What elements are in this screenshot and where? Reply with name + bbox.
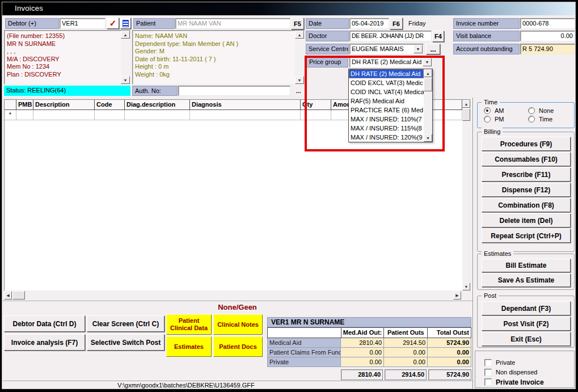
radio-time[interactable] (528, 116, 535, 123)
auth-no-input[interactable] (178, 86, 290, 96)
debtor-data-button[interactable]: Debtor Data (Ctrl D) (4, 315, 85, 332)
scroll-up-icon[interactable]: ▲ (462, 100, 470, 108)
summary-title: VER1 MR N SURNAME (267, 317, 471, 327)
summary-col-medaid: Med.Aid Out: (341, 327, 385, 338)
patient-info-line: Height : 0 m (133, 63, 304, 71)
private-checkbox[interactable] (484, 359, 492, 366)
scroll-left-icon[interactable]: ◀ (4, 291, 12, 300)
dropdown-option[interactable]: COID EXCL VAT(3) Medic (349, 78, 424, 87)
scrollbar-thumb[interactable] (462, 108, 470, 121)
dropdown-option[interactable]: MAX / INSURED: 120%(9 (349, 133, 424, 142)
clinical-notes-button[interactable]: Clinical Notes (213, 314, 263, 335)
grid-selector-header (5, 100, 16, 110)
radio-none[interactable] (528, 107, 535, 114)
delete-item-button[interactable]: Delete item (Del) (482, 213, 571, 227)
patient-info-scrollbar[interactable]: ▲ ▼ (295, 31, 304, 84)
radio-am[interactable] (484, 107, 491, 114)
repeat-script-button[interactable]: Repeat Script (Ctrl+P) (482, 229, 571, 243)
dropdown-scrollbar[interactable]: ▲ ▼ (424, 69, 432, 142)
grid-cell[interactable] (16, 110, 33, 120)
price-group-combo[interactable]: DH RATE (2) Medical Aid ▼ (349, 57, 433, 68)
invoice-analysis-button[interactable]: Invoice analysis (F7) (4, 334, 85, 351)
patient-info-line: Name: NAAM VAN (133, 32, 304, 40)
panel-divider (472, 98, 474, 389)
grid-cell[interactable] (33, 110, 95, 120)
non-dispensed-checkbox[interactable] (484, 369, 492, 376)
dropdown-option[interactable]: PRACTICE RATE (6) Med (349, 106, 424, 115)
date-input[interactable]: 05-04-2019 (349, 18, 389, 29)
estimates-button[interactable]: Estimates (166, 336, 212, 357)
patient-input[interactable]: MR NAAM VAN (175, 18, 290, 29)
invoice-number-value: 0000-678 (520, 18, 575, 29)
dropdown-option[interactable]: RAF(5) Medical Aid (349, 96, 424, 106)
scrollbar-thumb[interactable] (424, 78, 432, 91)
procedures-button[interactable]: Procedures (F9) (482, 137, 571, 151)
price-group-dropdown-list[interactable]: DH RATE (2) Medical Aid COID EXCL VAT(3)… (348, 69, 433, 142)
scroll-right-icon[interactable]: ▶ (453, 291, 461, 300)
scroll-down-icon[interactable]: ▼ (295, 76, 304, 84)
grid-cell[interactable] (95, 110, 125, 120)
grid-vertical-scrollbar[interactable]: ▲ ▼ (462, 100, 470, 290)
combination-button[interactable]: Combination (F8) (482, 198, 571, 212)
patient-clinical-data-button[interactable]: Patient Clinical Data (166, 314, 212, 335)
radio-pm[interactable] (484, 116, 491, 123)
doctor-label: Doctor (306, 31, 349, 41)
exit-button[interactable]: Exit (Esc) (482, 332, 571, 346)
dependant-button[interactable]: Dependant (F3) (482, 301, 571, 315)
save-as-estimate-button[interactable]: Save As Estimate (482, 273, 571, 287)
post-visit-button[interactable]: Post Visit (F2) (482, 317, 571, 331)
summary-row-claims-from-fund: Patient Claims From Fund 0.00 0.00 0.00 (267, 348, 471, 357)
scroll-down-icon[interactable]: ▼ (424, 134, 432, 142)
doctor-input[interactable]: DE BEER. JOHANN (JJ) DR (349, 31, 432, 41)
doctor-f4-button[interactable]: F4 (432, 31, 444, 42)
clear-screen-button[interactable]: Clear Screen (Ctrl C) (87, 315, 164, 332)
dispense-button[interactable]: Dispense (F12) (482, 183, 571, 197)
private-invoice-checkbox[interactable] (484, 378, 492, 386)
bill-estimate-button[interactable]: Bill Estimate (482, 259, 571, 272)
patient-info-line: Dependent type: Main Member ( AN ) (133, 40, 304, 48)
consumables-button[interactable]: Consumables (F10) (482, 152, 571, 166)
scroll-down-icon[interactable]: ▼ (121, 76, 130, 84)
scroll-up-icon[interactable]: ▲ (424, 69, 432, 77)
selective-switch-post-button[interactable]: Selective Switch Post (87, 334, 164, 351)
debtor-input[interactable]: VER1 (60, 18, 106, 29)
patient-f5-button[interactable]: F5 (291, 18, 304, 29)
radio-time-label: Time (539, 116, 552, 123)
auth-no-more-button[interactable]: ... (293, 87, 304, 95)
summary-col-total: Total Outst (428, 327, 471, 338)
debtor-verify-button[interactable]: ✓ (107, 18, 119, 29)
chevron-down-icon[interactable]: ▼ (423, 58, 432, 66)
prescribe-button[interactable]: Prescribe (F11) (482, 167, 571, 182)
scroll-up-icon[interactable]: ▲ (121, 31, 130, 39)
service-centre-combo[interactable]: EUGENE MARAIS ▼ (349, 44, 424, 54)
chevron-down-icon[interactable]: ▼ (414, 45, 423, 53)
grid-cell[interactable] (125, 110, 190, 120)
non-dispensed-checkbox-label: Non dispensed (496, 369, 537, 376)
scroll-down-icon[interactable]: ▼ (462, 283, 470, 290)
scroll-up-icon[interactable]: ▲ (295, 31, 304, 39)
summary-cell: 0.00 (341, 357, 384, 367)
debtor-info-scrollbar[interactable]: ▲ ▼ (121, 31, 130, 84)
grid-cell[interactable] (301, 110, 331, 120)
grid-col-code: Code (95, 100, 125, 110)
dropdown-option[interactable]: MAX / INSURED: 115%(8 (349, 124, 424, 133)
day-of-week-label: Friday (408, 20, 426, 27)
service-centre-label: Service Centre (306, 44, 349, 54)
switch-status-label: None/Geen (2, 303, 472, 311)
grid-cell[interactable] (190, 110, 301, 120)
summary-cell: 5724.90 (428, 338, 471, 348)
invoices-window: Invoices Debtor (+) VER1 ✓ Patient MR NA… (2, 2, 576, 389)
dropdown-option-selected[interactable]: DH RATE (2) Medical Aid (349, 69, 424, 78)
scrollbar-thumb[interactable] (12, 291, 25, 300)
window-titlebar[interactable]: Invoices (2, 2, 575, 15)
summary-col-patient: Patient Outs (384, 327, 428, 338)
dropdown-option[interactable]: COID INCL VAT(4) Medica (349, 87, 424, 96)
date-f6-button[interactable]: F6 (390, 18, 403, 29)
grid-horizontal-scrollbar[interactable]: ◀ ▶ (4, 291, 461, 300)
service-centre-more-button[interactable]: ... (426, 44, 440, 54)
dropdown-option[interactable]: MAX / INSURED: 110%(7 (349, 115, 424, 124)
summary-row-private: Private 0.00 0.00 0.00 (267, 357, 471, 367)
patient-docs-button[interactable]: Patient Docs (213, 336, 263, 357)
debtor-list-button[interactable] (120, 18, 131, 29)
window-title: Invoices (15, 4, 43, 12)
